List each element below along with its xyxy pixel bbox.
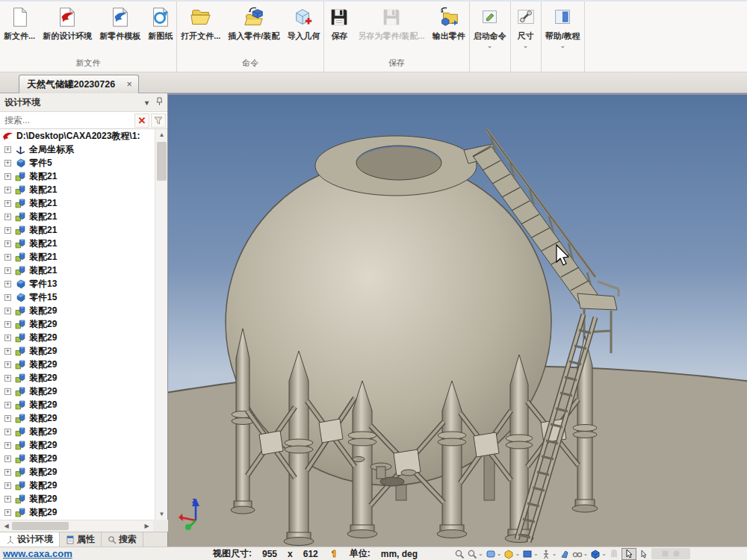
scroll-right-icon[interactable]: ▶ xyxy=(140,520,153,532)
tree-item[interactable]: +装配29 xyxy=(0,465,153,479)
tree-item[interactable]: +装配29 xyxy=(0,385,153,398)
tree-item[interactable]: +装配21 xyxy=(0,196,153,210)
scroll-left-icon[interactable]: ◀ xyxy=(0,520,13,532)
save-button[interactable]: 保存 xyxy=(324,4,354,42)
expand-icon[interactable]: + xyxy=(4,348,11,355)
display-style-icon[interactable]: ⌄ xyxy=(486,549,502,559)
expand-icon[interactable]: + xyxy=(4,388,11,395)
search-clear-button[interactable]: ✕ xyxy=(134,113,149,128)
perspective-glasses-icon[interactable]: ⌄ xyxy=(572,549,589,559)
import-geometry-button[interactable]: 导入几何 xyxy=(283,4,323,42)
search-input[interactable] xyxy=(0,115,134,125)
tree-root-item[interactable]: D:\Desktop\CAXA2023教程\1: xyxy=(0,129,153,143)
tree-item[interactable]: +装配21 xyxy=(0,223,153,237)
tree-item[interactable]: +零件5 xyxy=(0,156,153,169)
tree-item[interactable]: +装配29 xyxy=(0,304,153,317)
insert-part-assembly-button[interactable]: 插入零件/装配 xyxy=(224,4,283,42)
scroll-down-icon[interactable]: ▼ xyxy=(155,508,167,520)
walkthrough-icon[interactable]: ⌄ xyxy=(541,549,557,559)
tree-item[interactable]: +装配29 xyxy=(0,398,153,411)
new-file-button[interactable]: 新文件... xyxy=(0,4,39,42)
launch-command-button[interactable]: 启动命令 ⌄ xyxy=(470,4,510,49)
expand-icon[interactable]: + xyxy=(4,294,11,301)
expand-icon[interactable]: + xyxy=(4,321,11,328)
tree-item[interactable]: +装配29 xyxy=(0,344,153,358)
expand-icon[interactable]: + xyxy=(4,469,11,476)
vertical-scroll-thumb[interactable] xyxy=(157,142,167,181)
expand-icon[interactable]: + xyxy=(4,227,11,234)
tree-item[interactable]: +装配29 xyxy=(0,331,153,344)
open-file-button[interactable]: 打开文件... xyxy=(177,4,224,42)
expand-icon[interactable]: + xyxy=(4,482,11,489)
panel-collapse-icon[interactable]: ▾ xyxy=(145,99,149,107)
expand-icon[interactable]: + xyxy=(4,187,11,193)
tree-item[interactable]: +装配29 xyxy=(0,438,153,452)
expand-icon[interactable]: + xyxy=(4,160,11,167)
expand-icon[interactable]: + xyxy=(4,509,11,516)
expand-icon[interactable]: + xyxy=(4,146,11,153)
expand-icon[interactable]: + xyxy=(4,496,11,503)
expand-icon[interactable]: + xyxy=(4,375,11,382)
expand-icon[interactable]: + xyxy=(4,254,11,261)
section-view-icon[interactable] xyxy=(560,549,570,559)
ghost-tool-icon[interactable] xyxy=(609,549,619,559)
tree-item[interactable]: +装配29 xyxy=(0,479,153,492)
tree-item[interactable]: +装配21 xyxy=(0,183,153,196)
expand-icon[interactable]: + xyxy=(4,402,11,408)
expand-icon[interactable]: + xyxy=(4,442,11,449)
expand-icon[interactable]: + xyxy=(4,335,11,341)
render-mode-icon[interactable]: ⌄ xyxy=(503,549,520,559)
new-drawing-button[interactable]: 新图纸 xyxy=(144,4,176,42)
expand-icon[interactable]: + xyxy=(4,455,11,462)
tree-item[interactable]: +装配29 xyxy=(0,452,153,465)
tree-item[interactable]: +装配29 xyxy=(0,492,153,505)
cursor-icon[interactable] xyxy=(639,549,649,559)
help-tutorial-button[interactable]: 帮助/教程 ⌄ xyxy=(542,4,584,49)
tree-item[interactable]: +装配29 xyxy=(0,317,153,331)
expand-icon[interactable]: + xyxy=(4,415,11,422)
tree-item[interactable]: +零件15 xyxy=(0,290,153,304)
zoom-window-icon[interactable] xyxy=(454,549,465,559)
tree-item[interactable]: +零件13 xyxy=(0,277,153,290)
new-design-environment-button[interactable]: 新的设计环境 xyxy=(39,4,96,42)
tab-close-icon[interactable]: × xyxy=(127,79,132,90)
tree-item[interactable]: +全局坐标系 xyxy=(0,143,153,156)
expand-icon[interactable]: + xyxy=(4,173,11,180)
select-cursor-icon[interactable] xyxy=(622,548,636,560)
expand-icon[interactable]: + xyxy=(4,214,11,220)
tree-item[interactable]: +装配21 xyxy=(0,264,153,277)
tree-item[interactable]: +装配29 xyxy=(0,371,153,385)
scroll-up-icon[interactable]: ▲ xyxy=(155,129,167,140)
tree-item[interactable]: +装配29 xyxy=(0,505,153,519)
tree-item[interactable]: +装配21 xyxy=(0,250,153,264)
expand-icon[interactable]: + xyxy=(4,429,11,435)
pin-icon[interactable] xyxy=(156,97,163,108)
expand-icon[interactable]: + xyxy=(4,200,11,207)
view-orientation-icon[interactable]: ⌄ xyxy=(522,549,539,559)
tree-item[interactable]: +装配21 xyxy=(0,169,153,183)
caxa-website-link[interactable]: www.caxa.com xyxy=(3,548,72,559)
horizontal-scroll-thumb[interactable] xyxy=(12,522,69,530)
document-tab[interactable]: 天然气储罐20230726 × xyxy=(19,75,139,93)
view-cube-icon[interactable]: ⌄ xyxy=(590,549,607,559)
expand-icon[interactable]: + xyxy=(4,281,11,287)
filter-icon[interactable] xyxy=(151,113,166,128)
new-part-template-button[interactable]: 新零件模板 xyxy=(96,4,144,42)
expand-icon[interactable]: + xyxy=(4,361,11,368)
tree-item[interactable]: +装配21 xyxy=(0,237,153,250)
tree-item[interactable]: +装配29 xyxy=(0,358,153,371)
tab-properties[interactable]: 属性 xyxy=(60,532,102,547)
chevron-down-icon[interactable]: ⌄ xyxy=(487,43,493,49)
expand-icon[interactable]: + xyxy=(4,267,11,274)
tree-item[interactable]: +装配29 xyxy=(0,425,153,438)
export-part-button[interactable]: 输出零件 xyxy=(429,4,469,42)
tab-search[interactable]: 搜索 xyxy=(102,532,143,547)
tree-vertical-scrollbar[interactable]: ▲ ▼ xyxy=(155,129,167,520)
dimension-button[interactable]: 尺寸 ⌄ xyxy=(511,4,541,49)
chevron-down-icon[interactable]: ⌄ xyxy=(523,43,529,49)
tab-design-environment[interactable]: 设计环境 xyxy=(0,532,60,547)
expand-icon[interactable]: + xyxy=(4,240,11,247)
expand-icon[interactable]: + xyxy=(4,308,11,314)
zoom-dropdown-icon[interactable]: ⌄ xyxy=(467,549,483,559)
tree-horizontal-scrollbar[interactable]: ◀ ▶ xyxy=(0,520,153,532)
